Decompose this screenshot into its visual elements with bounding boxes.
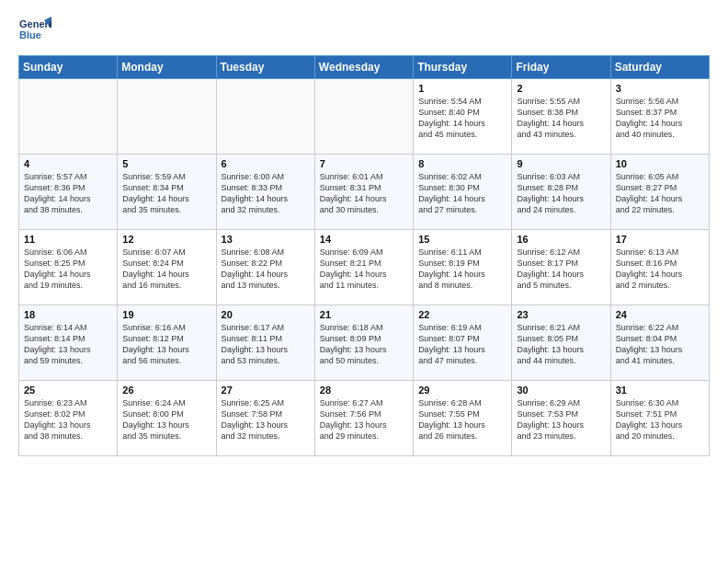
day-info: Sunrise: 6:03 AM Sunset: 8:28 PM Dayligh… <box>517 171 605 216</box>
day-cell <box>118 79 216 155</box>
day-info: Sunrise: 6:21 AM Sunset: 8:05 PM Dayligh… <box>517 322 605 367</box>
day-number: 17 <box>616 234 704 245</box>
day-cell: 23Sunrise: 6:21 AM Sunset: 8:05 PM Dayli… <box>512 305 610 381</box>
day-info: Sunrise: 6:12 AM Sunset: 8:17 PM Dayligh… <box>517 247 605 292</box>
day-cell: 3Sunrise: 5:56 AM Sunset: 8:37 PM Daylig… <box>610 79 709 155</box>
day-info: Sunrise: 6:24 AM Sunset: 8:00 PM Dayligh… <box>122 397 210 442</box>
day-number: 20 <box>222 309 310 320</box>
day-cell: 21Sunrise: 6:18 AM Sunset: 8:09 PM Dayli… <box>314 305 413 381</box>
day-cell: 6Sunrise: 6:00 AM Sunset: 8:33 PM Daylig… <box>216 155 314 230</box>
weekday-header-saturday: Saturday <box>610 56 709 79</box>
day-cell: 8Sunrise: 6:02 AM Sunset: 8:30 PM Daylig… <box>414 155 512 230</box>
weekday-header-thursday: Thursday <box>414 56 512 79</box>
day-cell: 2Sunrise: 5:55 AM Sunset: 8:38 PM Daylig… <box>512 79 610 155</box>
day-info: Sunrise: 6:16 AM Sunset: 8:12 PM Dayligh… <box>122 322 210 367</box>
day-cell: 10Sunrise: 6:05 AM Sunset: 8:27 PM Dayli… <box>610 155 709 230</box>
day-number: 18 <box>24 309 112 320</box>
day-cell: 13Sunrise: 6:08 AM Sunset: 8:22 PM Dayli… <box>216 230 314 305</box>
day-number: 28 <box>320 385 408 396</box>
day-info: Sunrise: 5:57 AM Sunset: 8:36 PM Dayligh… <box>24 171 112 216</box>
weekday-header-monday: Monday <box>118 56 216 79</box>
week-row-5: 25Sunrise: 6:23 AM Sunset: 8:02 PM Dayli… <box>19 381 710 456</box>
day-info: Sunrise: 6:02 AM Sunset: 8:30 PM Dayligh… <box>418 171 506 216</box>
day-cell: 24Sunrise: 6:22 AM Sunset: 8:04 PM Dayli… <box>610 305 709 381</box>
day-cell: 7Sunrise: 6:01 AM Sunset: 8:31 PM Daylig… <box>314 155 413 230</box>
day-info: Sunrise: 5:55 AM Sunset: 8:38 PM Dayligh… <box>517 96 605 141</box>
day-number: 22 <box>418 309 506 320</box>
day-number: 25 <box>24 385 112 396</box>
day-cell: 25Sunrise: 6:23 AM Sunset: 8:02 PM Dayli… <box>19 381 118 456</box>
day-cell: 20Sunrise: 6:17 AM Sunset: 8:11 PM Dayli… <box>216 305 314 381</box>
day-cell: 27Sunrise: 6:25 AM Sunset: 7:58 PM Dayli… <box>216 381 314 456</box>
day-info: Sunrise: 6:27 AM Sunset: 7:56 PM Dayligh… <box>320 397 408 442</box>
day-info: Sunrise: 6:09 AM Sunset: 8:21 PM Dayligh… <box>320 247 408 292</box>
day-cell <box>19 79 118 155</box>
week-row-2: 4Sunrise: 5:57 AM Sunset: 8:36 PM Daylig… <box>19 155 710 230</box>
day-number: 5 <box>122 158 210 169</box>
day-cell: 17Sunrise: 6:13 AM Sunset: 8:16 PM Dayli… <box>610 230 709 305</box>
day-info: Sunrise: 5:56 AM Sunset: 8:37 PM Dayligh… <box>616 96 704 141</box>
day-number: 27 <box>222 385 310 396</box>
day-number: 19 <box>122 309 210 320</box>
day-cell: 12Sunrise: 6:07 AM Sunset: 8:24 PM Dayli… <box>118 230 216 305</box>
day-number: 16 <box>517 234 605 245</box>
day-number: 14 <box>320 234 408 245</box>
svg-text:Blue: Blue <box>19 29 41 40</box>
day-info: Sunrise: 6:19 AM Sunset: 8:07 PM Dayligh… <box>418 322 506 367</box>
day-info: Sunrise: 6:01 AM Sunset: 8:31 PM Dayligh… <box>320 171 408 216</box>
day-number: 12 <box>122 234 210 245</box>
day-info: Sunrise: 6:18 AM Sunset: 8:09 PM Dayligh… <box>320 322 408 367</box>
day-number: 1 <box>418 83 506 94</box>
day-number: 13 <box>222 234 310 245</box>
calendar-table: SundayMondayTuesdayWednesdayThursdayFrid… <box>18 55 710 456</box>
day-info: Sunrise: 6:17 AM Sunset: 8:11 PM Dayligh… <box>222 322 310 367</box>
day-number: 8 <box>418 158 506 169</box>
day-number: 21 <box>320 309 408 320</box>
weekday-header-row: SundayMondayTuesdayWednesdayThursdayFrid… <box>19 56 710 79</box>
day-number: 24 <box>616 309 704 320</box>
day-info: Sunrise: 6:28 AM Sunset: 7:55 PM Dayligh… <box>418 397 506 442</box>
weekday-header-sunday: Sunday <box>19 56 118 79</box>
day-info: Sunrise: 6:13 AM Sunset: 8:16 PM Dayligh… <box>616 247 704 292</box>
day-info: Sunrise: 6:30 AM Sunset: 7:51 PM Dayligh… <box>616 397 704 442</box>
day-number: 4 <box>24 158 112 169</box>
day-cell: 18Sunrise: 6:14 AM Sunset: 8:14 PM Dayli… <box>19 305 118 381</box>
day-cell: 29Sunrise: 6:28 AM Sunset: 7:55 PM Dayli… <box>414 381 512 456</box>
day-cell: 1Sunrise: 5:54 AM Sunset: 8:40 PM Daylig… <box>414 79 512 155</box>
day-cell: 15Sunrise: 6:11 AM Sunset: 8:19 PM Dayli… <box>414 230 512 305</box>
day-info: Sunrise: 6:07 AM Sunset: 8:24 PM Dayligh… <box>122 247 210 292</box>
day-number: 3 <box>616 83 704 94</box>
day-cell: 31Sunrise: 6:30 AM Sunset: 7:51 PM Dayli… <box>610 381 709 456</box>
day-number: 30 <box>517 385 605 396</box>
day-cell: 5Sunrise: 5:59 AM Sunset: 8:34 PM Daylig… <box>118 155 216 230</box>
day-number: 26 <box>122 385 210 396</box>
day-cell: 28Sunrise: 6:27 AM Sunset: 7:56 PM Dayli… <box>314 381 413 456</box>
day-info: Sunrise: 5:59 AM Sunset: 8:34 PM Dayligh… <box>122 171 210 216</box>
week-row-3: 11Sunrise: 6:06 AM Sunset: 8:25 PM Dayli… <box>19 230 710 305</box>
day-cell: 30Sunrise: 6:29 AM Sunset: 7:53 PM Dayli… <box>512 381 610 456</box>
day-info: Sunrise: 5:54 AM Sunset: 8:40 PM Dayligh… <box>418 96 506 141</box>
day-info: Sunrise: 6:25 AM Sunset: 7:58 PM Dayligh… <box>222 397 310 442</box>
day-cell: 22Sunrise: 6:19 AM Sunset: 8:07 PM Dayli… <box>414 305 512 381</box>
day-number: 23 <box>517 309 605 320</box>
page-container: General Blue SundayMondayTuesdayWednesda… <box>0 0 728 465</box>
day-number: 15 <box>418 234 506 245</box>
day-number: 10 <box>616 158 704 169</box>
logo: General Blue <box>18 15 51 48</box>
day-info: Sunrise: 6:00 AM Sunset: 8:33 PM Dayligh… <box>222 171 310 216</box>
day-cell: 16Sunrise: 6:12 AM Sunset: 8:17 PM Dayli… <box>512 230 610 305</box>
day-cell <box>216 79 314 155</box>
day-cell: 9Sunrise: 6:03 AM Sunset: 8:28 PM Daylig… <box>512 155 610 230</box>
day-cell: 4Sunrise: 5:57 AM Sunset: 8:36 PM Daylig… <box>19 155 118 230</box>
day-info: Sunrise: 6:11 AM Sunset: 8:19 PM Dayligh… <box>418 247 506 292</box>
day-cell: 11Sunrise: 6:06 AM Sunset: 8:25 PM Dayli… <box>19 230 118 305</box>
weekday-header-tuesday: Tuesday <box>216 56 314 79</box>
day-number: 31 <box>616 385 704 396</box>
day-number: 11 <box>24 234 112 245</box>
day-info: Sunrise: 6:08 AM Sunset: 8:22 PM Dayligh… <box>222 247 310 292</box>
day-info: Sunrise: 6:29 AM Sunset: 7:53 PM Dayligh… <box>517 397 605 442</box>
day-cell <box>314 79 413 155</box>
week-row-1: 1Sunrise: 5:54 AM Sunset: 8:40 PM Daylig… <box>19 79 710 155</box>
day-info: Sunrise: 6:06 AM Sunset: 8:25 PM Dayligh… <box>24 247 112 292</box>
day-cell: 14Sunrise: 6:09 AM Sunset: 8:21 PM Dayli… <box>314 230 413 305</box>
